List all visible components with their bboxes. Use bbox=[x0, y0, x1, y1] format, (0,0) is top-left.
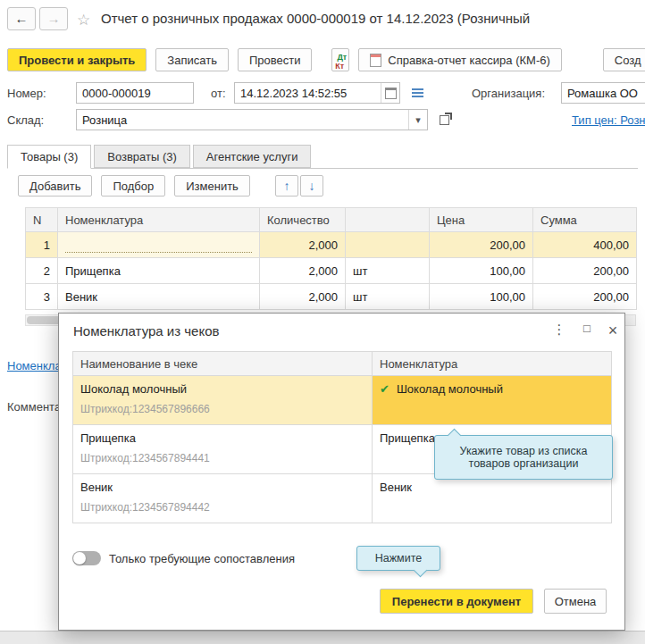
empty-value-underline bbox=[65, 238, 252, 253]
matched-item-name: Прищепка bbox=[380, 431, 435, 445]
cell-sum[interactable]: 400,00 bbox=[533, 232, 637, 258]
post-button[interactable]: Провести bbox=[238, 48, 313, 71]
create-button[interactable]: Созд bbox=[603, 48, 645, 71]
price-type-link[interactable]: Тип цен: Розн bbox=[572, 113, 645, 127]
cell-matched-nomenclature[interactable]: Веник bbox=[373, 474, 612, 523]
warehouse-combo: ▾ bbox=[76, 109, 428, 130]
close-icon[interactable]: × bbox=[604, 322, 622, 340]
barcode-text: Штрихкод:1234567896666 bbox=[80, 403, 364, 415]
header-sum[interactable]: Сумма bbox=[533, 208, 637, 232]
move-down-button[interactable]: ↓ bbox=[300, 175, 323, 197]
cashier-report-button[interactable]: Справка-отчет кассира (КМ-6) bbox=[358, 48, 562, 71]
goods-row-3[interactable]: 3 Веник 2,000 шт 100,00 200,00 bbox=[26, 284, 637, 310]
date-input-group bbox=[234, 82, 400, 104]
calendar-icon bbox=[385, 88, 397, 99]
debit-label: Дт bbox=[337, 53, 347, 62]
modal-title: Номенклатура из чеков bbox=[73, 323, 219, 339]
maximize-icon[interactable]: □ bbox=[578, 322, 596, 335]
check-icon: ✔ bbox=[380, 382, 390, 396]
tooltip-click-text: Нажмите bbox=[375, 552, 422, 565]
more-menu-icon[interactable]: ⋮ bbox=[550, 322, 568, 338]
back-button[interactable]: ← bbox=[7, 7, 36, 30]
pick-button[interactable]: Подбор bbox=[101, 175, 165, 197]
organization-label: Организация: bbox=[472, 87, 545, 100]
tooltip-select-text: Укажите товар из списка товаров организа… bbox=[446, 445, 601, 470]
cell-price[interactable]: 100,00 bbox=[430, 258, 533, 284]
warehouse-input[interactable] bbox=[77, 110, 408, 130]
warehouse-label: Склад: bbox=[7, 113, 44, 127]
add-button[interactable]: Добавить bbox=[18, 175, 92, 197]
header-price[interactable]: Цена bbox=[430, 208, 533, 232]
cell-nomenclature-editing[interactable] bbox=[58, 232, 260, 258]
cancel-button[interactable]: Отмена bbox=[544, 589, 607, 614]
related-documents-button[interactable] bbox=[407, 83, 427, 103]
cell-nomenclature[interactable]: Прищепка bbox=[58, 258, 260, 284]
goods-row-1[interactable]: 1 2,000 200,00 400,00 bbox=[26, 232, 637, 258]
arrow-down-icon: ↓ bbox=[308, 179, 314, 193]
mapping-row-3[interactable]: Веник Штрихкод:1234567894442 Веник bbox=[73, 474, 612, 523]
barcode-text: Штрихкод:1234567894441 bbox=[80, 452, 364, 464]
tab-goods[interactable]: Товары (3) bbox=[7, 145, 91, 169]
cell-n[interactable]: 2 bbox=[26, 258, 58, 284]
header-nomenclature[interactable]: Номенклатура bbox=[373, 352, 612, 376]
header-unit[interactable] bbox=[346, 208, 430, 232]
related-documents-icon bbox=[412, 88, 423, 90]
mapping-row-1[interactable]: Шоколад молочный Штрихкод:1234567896666 … bbox=[73, 376, 612, 425]
header-quantity[interactable]: Количество bbox=[260, 208, 346, 232]
organization-input[interactable] bbox=[561, 82, 645, 104]
cell-sum[interactable]: 200,00 bbox=[533, 284, 637, 310]
matched-item-name: Веник bbox=[380, 481, 412, 494]
table-toolbar: Добавить Подбор Изменить ↑ ↓ bbox=[18, 175, 325, 197]
cell-receipt-name[interactable]: Шоколад молочный Штрихкод:1234567896666 bbox=[73, 376, 373, 425]
header-nomenclature[interactable]: Номенклатура bbox=[58, 208, 260, 232]
cell-price[interactable]: 200,00 bbox=[430, 232, 533, 258]
warehouse-dropdown-button[interactable]: ▾ bbox=[408, 110, 427, 130]
cell-sum[interactable]: 200,00 bbox=[533, 258, 637, 284]
favorite-star-icon[interactable]: ☆ bbox=[77, 11, 90, 29]
cell-receipt-name[interactable]: Веник Штрихкод:1234567894442 bbox=[73, 474, 373, 523]
cell-nomenclature[interactable]: Веник bbox=[58, 284, 260, 310]
cell-unit[interactable]: шт bbox=[346, 284, 430, 310]
cell-receipt-name[interactable]: Прищепка Штрихкод:1234567894441 bbox=[73, 425, 373, 474]
cell-matched-nomenclature[interactable]: ✔Шоколад молочный bbox=[373, 376, 612, 425]
calendar-button[interactable] bbox=[381, 83, 399, 103]
receipt-item-name: Веник bbox=[80, 481, 364, 494]
forward-button[interactable]: → bbox=[39, 7, 68, 30]
cell-quantity[interactable]: 2,000 bbox=[260, 284, 346, 310]
nomenclature-from-receipts-modal: Номенклатура из чеков ⋮ □ × Наименование… bbox=[58, 313, 625, 631]
goods-row-2[interactable]: 2 Прищепка 2,000 шт 100,00 200,00 bbox=[26, 258, 637, 284]
tooltip-click: Нажмите bbox=[356, 546, 440, 571]
cell-quantity[interactable]: 2,000 bbox=[260, 258, 346, 284]
header-n[interactable]: N bbox=[26, 208, 58, 232]
cell-unit[interactable] bbox=[346, 232, 430, 258]
warehouse-open-button[interactable] bbox=[434, 110, 454, 130]
date-label: от: bbox=[211, 87, 226, 100]
post-and-close-button[interactable]: Провести и закрыть bbox=[7, 48, 147, 71]
goods-header-row: N Номенклатура Количество Цена Сумма bbox=[26, 208, 637, 232]
cell-quantity[interactable]: 2,000 bbox=[260, 232, 346, 258]
open-icon bbox=[440, 115, 449, 125]
only-unmatched-toggle[interactable] bbox=[72, 551, 101, 565]
cell-n[interactable]: 3 bbox=[26, 284, 58, 310]
header-receipt-name[interactable]: Наименование в чеке bbox=[73, 352, 373, 376]
number-input[interactable] bbox=[76, 82, 194, 104]
forward-arrow-icon: → bbox=[47, 11, 61, 26]
cell-unit[interactable]: шт bbox=[346, 258, 430, 284]
edit-button[interactable]: Изменить bbox=[174, 175, 250, 197]
move-up-button[interactable]: ↑ bbox=[275, 175, 298, 197]
chevron-down-icon: ▾ bbox=[415, 114, 421, 126]
dt-kt-button[interactable]: Дт Кт bbox=[331, 48, 349, 71]
write-button[interactable]: Записать bbox=[155, 48, 229, 71]
toggle-knob bbox=[73, 552, 86, 565]
date-input[interactable] bbox=[235, 83, 381, 103]
cell-price[interactable]: 100,00 bbox=[430, 284, 533, 310]
arrow-up-icon: ↑ bbox=[283, 179, 289, 193]
cell-n[interactable]: 1 bbox=[26, 232, 58, 258]
barcode-text: Штрихкод:1234567894442 bbox=[80, 501, 364, 514]
goods-table: N Номенклатура Количество Цена Сумма 1 2… bbox=[25, 207, 637, 310]
tab-returns[interactable]: Возвраты (3) bbox=[94, 145, 190, 168]
receipt-item-name: Прищепка bbox=[80, 431, 364, 445]
transfer-to-document-button[interactable]: Перенести в документ bbox=[380, 589, 533, 614]
mapping-header-row: Наименование в чеке Номенклатура bbox=[73, 352, 612, 376]
tab-agent-services[interactable]: Агентские услуги bbox=[193, 145, 312, 168]
